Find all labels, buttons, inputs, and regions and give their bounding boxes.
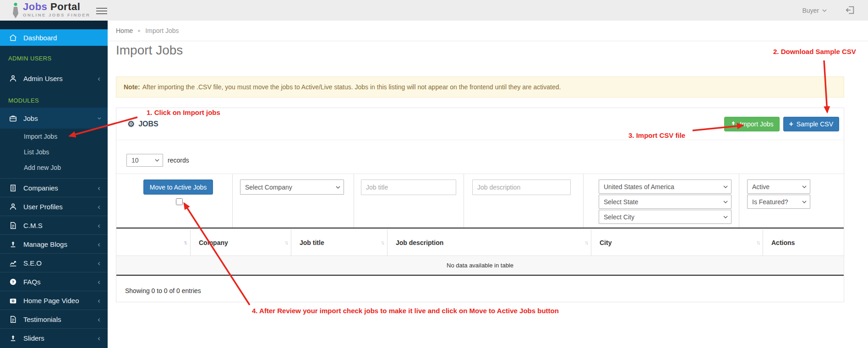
- user-icon: [8, 74, 17, 83]
- gear-icon: ⚙: [127, 119, 135, 129]
- upload-icon: [730, 121, 737, 127]
- status-filter-select[interactable]: Active: [747, 179, 810, 194]
- sidebar-item-label: User Profiles: [23, 203, 63, 211]
- sidebar-item-user-profiles[interactable]: User Profiles‹: [0, 197, 108, 216]
- chart-icon: [8, 258, 17, 267]
- column-label: Job description: [396, 239, 443, 246]
- filter-cell-job-title: [354, 174, 464, 228]
- records-per-page-select[interactable]: 10: [126, 154, 163, 167]
- select-all-checkbox[interactable]: [176, 198, 183, 205]
- table-header-row: ↑↓Company↑↓Job title↑↓Job description↑↓C…: [116, 229, 844, 256]
- breadcrumb-separator: [138, 30, 140, 32]
- featured-filter-select[interactable]: Is Featured?: [747, 195, 810, 209]
- sidebar-item-admin-users[interactable]: Admin Users‹: [0, 69, 108, 88]
- sidebar-subitem-label: List Jobs: [24, 148, 49, 156]
- table-header-actions: Actions: [763, 229, 844, 256]
- sidebar-item-label: Companies: [23, 184, 58, 192]
- note-label: Note:: [124, 83, 140, 91]
- upload-icon: [8, 239, 17, 249]
- sidebar-subitem-list-jobs[interactable]: List Jobs: [0, 144, 108, 160]
- table-header-select[interactable]: ↑↓: [116, 229, 191, 256]
- jobs-panel-title: ⚙ JOBS: [127, 119, 158, 129]
- chevron-left-icon: ‹: [98, 278, 100, 286]
- sidebar-section-admin-users: ADMIN USERS: [0, 46, 108, 69]
- table-header-company[interactable]: Company↑↓: [191, 229, 291, 256]
- state-filter-select[interactable]: Select State: [599, 195, 732, 209]
- empty-table-text: No data available in table: [447, 262, 513, 269]
- table-header-job-title[interactable]: Job title↑↓: [291, 229, 388, 256]
- sidebar-item-testimonials[interactable]: Testimonials‹: [0, 310, 108, 328]
- plus-icon: +: [789, 120, 793, 128]
- sidebar-item-s-e-o[interactable]: S.E.O‹: [0, 253, 108, 272]
- sidebar-subitem-add-new-job[interactable]: Add new Job: [0, 160, 108, 175]
- chevron-left-icon: ‹: [98, 315, 100, 323]
- records-select-wrap: 10: [126, 154, 163, 167]
- import-jobs-button-label: Import Jobs: [740, 120, 773, 128]
- sidebar-item-faqs[interactable]: ?FAQs‹: [0, 272, 108, 291]
- sidebar-item-manage-blogs[interactable]: Manage Blogs‹: [0, 234, 108, 253]
- job-title-filter-input[interactable]: [361, 179, 456, 195]
- sort-icon: ↑↓: [184, 239, 186, 246]
- building-icon: [8, 183, 17, 192]
- sort-icon: ↑↓: [756, 239, 759, 246]
- filter-cell-company: Select Company: [233, 174, 354, 228]
- sidebar-item-sliders[interactable]: Sliders‹: [0, 328, 108, 347]
- sidebar-item-jobs[interactable]: Jobs‹: [0, 108, 108, 129]
- sort-icon: ↑↓: [584, 239, 587, 246]
- sidebar-item-label: C.M.S: [23, 222, 43, 229]
- sidebar-item-label: Dashboard: [23, 34, 57, 42]
- table-header-job-description[interactable]: Job description↑↓: [388, 229, 591, 256]
- sidebar-subitem-label: Import Jobs: [24, 133, 57, 140]
- chevron-left-icon: ‹: [98, 334, 100, 342]
- country-filter-select[interactable]: United States of America: [599, 179, 732, 194]
- upload-icon: [8, 333, 17, 343]
- records-label: records: [168, 157, 189, 164]
- move-to-active-jobs-button[interactable]: Move to Active Jobs: [143, 179, 213, 195]
- city-filter-select[interactable]: Select City: [599, 210, 732, 224]
- sidebar-item-label: Manage Blogs: [23, 240, 67, 248]
- sidebar-item-label: S.E.O: [23, 259, 42, 267]
- filter-cell-job-description: [464, 174, 584, 228]
- logo-word1: Jobs: [23, 1, 47, 12]
- app-logo[interactable]: Jobs Portal ONLINE JOBS FINDER: [12, 2, 90, 19]
- filter-cell-actions: Move to Active Jobs: [116, 174, 233, 228]
- sidebar-item-c-m-s[interactable]: C.M.S‹: [0, 216, 108, 234]
- chevron-down-icon: ‹: [95, 117, 103, 120]
- import-jobs-button[interactable]: Import Jobs: [724, 117, 779, 131]
- sidebar-item-home-page-video[interactable]: Home Page Video‹: [0, 291, 108, 310]
- sidebar-item-label: Testimonials: [23, 315, 61, 323]
- column-label: Job title: [300, 239, 324, 246]
- sample-csv-button-label: Sample CSV: [797, 120, 833, 128]
- chevron-left-icon: ‹: [98, 297, 100, 304]
- sidebar-subitem-import-jobs[interactable]: Import Jobs: [0, 129, 108, 144]
- filter-row: Move to Active Jobs Select Company Unite…: [116, 174, 844, 228]
- sidebar-item-label: Home Page Video: [23, 297, 79, 304]
- chevron-left-icon: ‹: [98, 75, 100, 82]
- user-menu[interactable]: Buyer: [802, 0, 827, 21]
- tie-icon: [12, 3, 19, 19]
- table-header-city[interactable]: City↑↓: [591, 229, 763, 256]
- sidebar-item-dashboard[interactable]: Dashboard: [0, 29, 108, 46]
- chevron-left-icon: ‹: [98, 259, 100, 267]
- annotation-step2: 2. Download Sample CSV: [773, 48, 856, 55]
- sidebar-section-modules: MODULES: [0, 88, 108, 108]
- company-filter-select[interactable]: Select Company: [240, 179, 344, 195]
- chevron-down-icon: [822, 9, 827, 12]
- sidebar-item-companies[interactable]: Companies‹: [0, 178, 108, 197]
- logout-icon[interactable]: [845, 5, 855, 17]
- annotation-step3: 3. Import CSV file: [628, 131, 685, 139]
- sample-csv-button[interactable]: + Sample CSV: [783, 117, 840, 131]
- home-icon: [8, 33, 17, 42]
- logo-word2: Portal: [50, 1, 80, 12]
- svg-text:?: ?: [11, 279, 14, 284]
- jobs-panel: ⚙ JOBS Import Jobs + Sample CSV 10 recor…: [116, 108, 844, 302]
- breadcrumb-home[interactable]: Home: [116, 27, 133, 34]
- menu-toggle-icon[interactable]: [96, 6, 107, 16]
- annotation-step1: 1. Click on Import jobs: [147, 109, 220, 116]
- jobs-panel-heading: ⚙ JOBS Import Jobs + Sample CSV: [116, 108, 844, 140]
- file-icon: [8, 221, 17, 230]
- sidebar-top-strip: [0, 21, 108, 29]
- sidebar-nav: DashboardADMIN USERSAdmin Users‹MODULESJ…: [0, 21, 108, 348]
- job-description-filter-input[interactable]: [472, 179, 571, 195]
- chevron-left-icon: ‹: [98, 203, 100, 211]
